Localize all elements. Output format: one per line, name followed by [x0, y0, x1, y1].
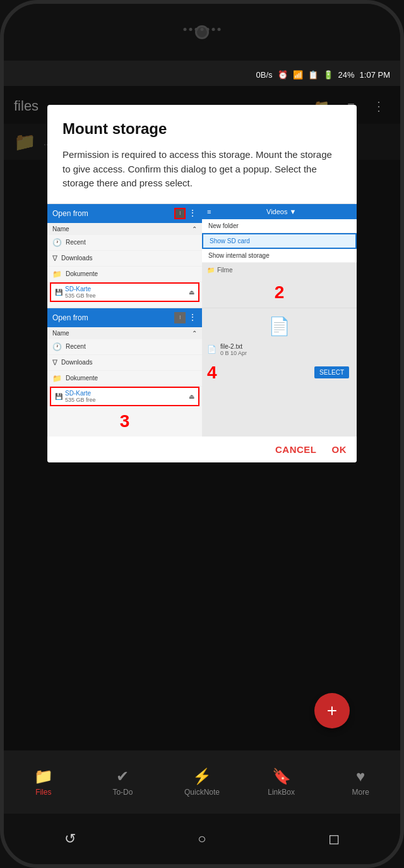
step-number-2: 2	[202, 282, 357, 303]
modal-body: Permission is required to access this st…	[62, 148, 342, 191]
nav-more[interactable]: ♥ More	[321, 768, 400, 797]
alarm-icon: ⏰	[278, 70, 288, 80]
sim-icon: 📋	[308, 70, 318, 80]
more-nav-label: More	[352, 788, 369, 797]
recent-button[interactable]: ◻	[328, 831, 340, 847]
ss2-folder-icon: 📁	[207, 267, 215, 274]
ss1-dokumente-label: Dokumente	[66, 270, 98, 277]
step-number-4: 4	[207, 363, 217, 383]
ss3-name-col: Name	[52, 330, 69, 337]
screenshot-step3: Open from ⁝ ⋮ Name ⌃ 🕐 Recent	[47, 308, 202, 437]
ss2-new-folder: New folder	[202, 219, 357, 233]
ss4-bottom-row: 4 SELECT	[202, 360, 357, 385]
nav-todo[interactable]: ✔ To-Do	[83, 768, 163, 797]
ss4-select-btn: SELECT	[314, 366, 349, 378]
linkbox-nav-icon: 🔖	[272, 768, 291, 785]
ss3-header: Open from ⁝ ⋮	[47, 308, 202, 327]
ss1-sort-arrow: ⌃	[192, 226, 197, 232]
ss3-sort-arrow: ⌃	[192, 330, 197, 337]
quicknote-nav-icon: ⚡	[193, 768, 211, 785]
back-button[interactable]: ↺	[64, 831, 76, 847]
home-button[interactable]: ○	[198, 831, 206, 847]
ss2-show-sd: Show SD card	[202, 233, 357, 249]
nav-quicknote[interactable]: ⚡ QuickNote	[162, 768, 242, 797]
modal-overlay: Mount storage Permission is required to …	[4, 86, 400, 750]
ss3-list-header: Name ⌃	[47, 327, 202, 339]
mount-storage-modal: Mount storage Permission is required to …	[47, 105, 357, 462]
ss1-recent: 🕐 Recent	[47, 235, 202, 251]
files-nav-label: Files	[35, 788, 51, 797]
cancel-button[interactable]: CANCEL	[275, 444, 317, 455]
todo-nav-icon: ✔	[116, 768, 129, 785]
ss1-dokumente: 📁 Dokumente	[47, 267, 202, 282]
ss2-show-internal: Show internal storage	[202, 249, 357, 263]
ss3-recent: 🕐 Recent	[47, 339, 202, 355]
download-icon: ∇	[52, 254, 57, 263]
ss1-name-col: Name	[52, 226, 69, 232]
ss3-sd-label: SD-Karte	[65, 390, 96, 397]
modal-actions: CANCEL OK	[47, 437, 357, 462]
modal-title: Mount storage	[62, 120, 342, 138]
ss3-dokumente-label: Dokumente	[66, 375, 98, 382]
ss2-title: Videos ▼	[266, 208, 296, 215]
network-speed: 0B/s	[256, 70, 273, 80]
wifi-icon: 📶	[293, 70, 303, 80]
ss1-sd-card: 💾 SD-Karte 535 GB free ⏏	[50, 282, 199, 302]
ss3-more-icon: ⋮	[188, 312, 197, 323]
ss4-file-doc-icon: 📄	[207, 345, 217, 354]
ss3-sd-icon: 💾	[55, 393, 62, 400]
screenshots-bottom-row: Open from ⁝ ⋮ Name ⌃ 🕐 Recent	[47, 308, 357, 437]
ss3-eject-icon: ⏏	[189, 393, 194, 400]
files-nav-icon: 📁	[34, 768, 53, 785]
screenshots-top-row: Open from ⁝ ⋮ Name ⌃ 🕐 Recent	[47, 203, 357, 308]
ss2-dropdown: New folder Show SD card Show internal st…	[202, 219, 357, 263]
status-bar: 0B/s ⏰ 📶 📋 🔋 24% 1:07 PM	[4, 61, 400, 88]
fab-button[interactable]: +	[314, 693, 350, 728]
screenshot-step1: Open from ⁝ ⋮ Name ⌃ 🕐 Recent	[47, 204, 202, 308]
todo-nav-label: To-Do	[112, 788, 133, 797]
ss3-grid-icon: ⁝	[174, 312, 186, 323]
ss1-title: Open from	[52, 209, 88, 218]
sd-card-icon: 💾	[55, 289, 62, 296]
ss1-list-header: Name ⌃	[47, 223, 202, 235]
android-nav-bar: ↺ ○ ◻	[4, 814, 400, 864]
ss1-downloads: ∇ Downloads	[47, 251, 202, 267]
ss4-file-item: 📄 file-2.txt 0 B 10 Apr	[202, 339, 357, 360]
bottom-navigation: 📁 Files ✔ To-Do ⚡ QuickNote 🔖 LinkBox ♥ …	[4, 750, 400, 814]
screenshot-step4: 📄 📄 file-2.txt 0 B 10 Apr 4 SELECT	[202, 308, 357, 437]
ss2-header: ≡ Videos ▼	[202, 204, 357, 219]
battery-percent: 24%	[338, 70, 355, 80]
ss1-header: Open from ⁝ ⋮	[47, 204, 202, 223]
ss3-sd-size: 535 GB free	[65, 397, 96, 403]
screenshot-step2: ≡ Videos ▼ New folder Show SD card Show …	[202, 204, 357, 308]
ss3-sd-card: 💾 SD-Karte 535 GB free ⏏	[50, 387, 199, 406]
battery-icon: 🔋	[323, 70, 333, 80]
ss3-folder-icon: 📁	[52, 374, 62, 383]
ss3-recent-icon: 🕐	[52, 342, 62, 351]
nav-files[interactable]: 📁 Files	[4, 768, 83, 797]
nav-linkbox[interactable]: 🔖 LinkBox	[242, 768, 321, 797]
linkbox-nav-label: LinkBox	[268, 788, 295, 797]
ss1-downloads-label: Downloads	[61, 255, 92, 262]
ss3-title: Open from	[52, 313, 88, 322]
ss4-file-meta: 0 B 10 Apr	[220, 350, 247, 356]
ss1-grid-icon: ⁝	[174, 208, 186, 219]
ss1-more-icon: ⋮	[188, 208, 197, 219]
ss1-recent-label: Recent	[66, 239, 86, 246]
ss3-download-icon: ∇	[52, 358, 57, 367]
ss2-hamburger: ≡	[207, 208, 211, 215]
ss1-sd-label: SD-Karte	[65, 286, 96, 292]
ss4-file-icon: 📄	[202, 308, 357, 339]
ss4-file-name: file-2.txt	[220, 343, 247, 350]
ss3-downloads-label: Downloads	[61, 359, 92, 366]
more-nav-icon: ♥	[356, 768, 365, 785]
ok-button[interactable]: OK	[332, 444, 347, 455]
step-number-3: 3	[47, 411, 202, 431]
ss1-sd-size: 535 GB free	[65, 292, 96, 299]
time: 1:07 PM	[360, 70, 390, 80]
fab-icon: +	[327, 701, 337, 721]
ss3-dokumente: 📁 Dokumente	[47, 371, 202, 387]
eject-icon: ⏏	[189, 289, 194, 296]
ss3-downloads: ∇ Downloads	[47, 355, 202, 371]
folder-ss1-icon: 📁	[52, 270, 62, 279]
